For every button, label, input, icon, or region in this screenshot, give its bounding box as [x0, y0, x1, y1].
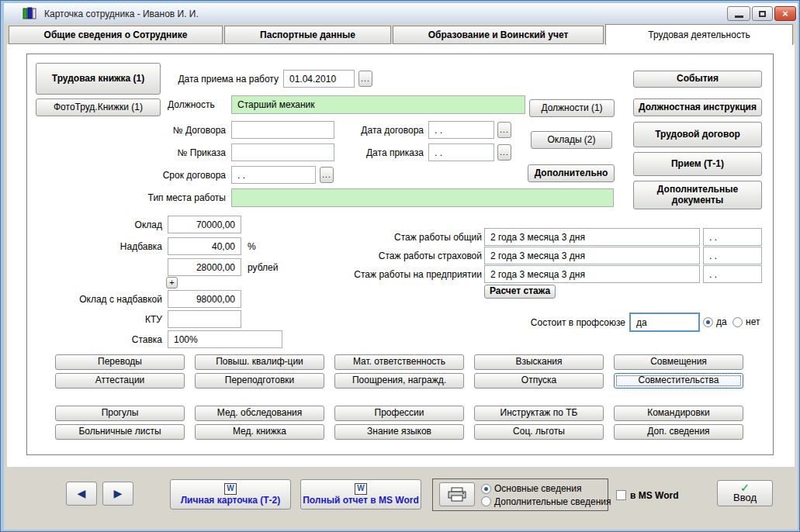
job-description-button[interactable]: Должностная инструкция — [633, 98, 762, 116]
order-no-input[interactable] — [231, 143, 334, 161]
minimize-button[interactable] — [727, 6, 750, 21]
to-ms-word-checkbox[interactable] — [616, 490, 626, 500]
business-trips-button[interactable]: Командировки — [614, 406, 743, 421]
salary-label: Оклад — [100, 216, 162, 233]
tab-education[interactable]: Образование и Воинский учет — [393, 26, 604, 44]
bonus-plus-button[interactable]: + — [166, 277, 178, 288]
seniority-company-date[interactable]: . . — [703, 265, 762, 283]
workplace-type-input[interactable] — [231, 188, 614, 207]
seniority-calc-button[interactable]: Расчет стажа — [484, 285, 556, 299]
additional-documents-button[interactable]: Дополнительные документы — [633, 181, 762, 209]
combining-button[interactable]: Совмещения — [614, 354, 743, 370]
enter-button[interactable]: ✓ Ввод — [717, 480, 773, 506]
positions-list-button[interactable]: Должности (1) — [529, 99, 615, 117]
print-basic-label: Основные сведения — [494, 482, 603, 495]
transfers-button[interactable]: Переводы — [55, 354, 185, 370]
contract-term-browse-button[interactable]: ... — [320, 167, 334, 183]
enter-label: Ввод — [733, 492, 757, 504]
seniority-insured-input[interactable]: 2 года 3 месяца 3 дня — [484, 247, 700, 264]
contract-no-input[interactable] — [231, 121, 334, 139]
med-exams-button[interactable]: Мед. обследования — [195, 406, 324, 421]
tab-label: Общие сведения о Сотруднике — [44, 29, 188, 40]
order-date-input[interactable]: . . — [428, 143, 494, 161]
tab-label: Трудовая деятельность — [648, 29, 750, 40]
social-benefits-button[interactable]: Соц. льготы — [474, 424, 604, 440]
salary-total-input[interactable]: 98000,00 — [168, 290, 241, 308]
seniority-company-label: Стаж работы на предприятии — [327, 265, 482, 283]
seniority-total-date[interactable]: . . — [703, 228, 762, 246]
salaries-list-button[interactable]: Оклады (2) — [531, 131, 612, 149]
employee-card-window: Карточка сотрудника - Иванов И. И. × Общ… — [0, 0, 800, 532]
window-title: Карточка сотрудника - Иванов И. И. — [44, 9, 199, 19]
contract-term-label: Срок договора — [139, 166, 226, 184]
contract-date-input[interactable]: . . — [428, 121, 494, 139]
seniority-total-label: Стаж работы общий — [342, 228, 482, 246]
vacations-button[interactable]: Отпуска — [474, 373, 604, 389]
union-yes-label: да — [716, 315, 733, 329]
union-yes-radio[interactable] — [703, 317, 713, 327]
bonus-label: Надбавка — [100, 237, 162, 255]
personal-card-label: Личная карточка (Т-2) — [181, 496, 281, 506]
safety-training-button[interactable]: Инструктаж по ТБ — [474, 406, 604, 421]
position-label: Должность — [168, 95, 228, 114]
seniority-company-input[interactable]: 2 года 3 месяца 3 дня — [484, 265, 700, 283]
attestations-button[interactable]: Аттестации — [55, 373, 185, 389]
personal-card-t2-button[interactable]: W Личная карточка (Т-2) — [170, 479, 291, 510]
retraining-button[interactable]: Переподготовки — [195, 373, 324, 389]
maximize-button[interactable] — [752, 6, 773, 21]
salary-total-label: Оклад с надбавкой — [78, 290, 162, 308]
sick-leaves-button[interactable]: Больничные листы — [55, 424, 185, 440]
seniority-total-input[interactable]: 2 года 3 месяца 3 дня — [484, 228, 700, 246]
position-input[interactable]: Старший механик — [231, 95, 525, 114]
union-label: Состоит в профсоюзе — [505, 313, 625, 332]
salary-input[interactable]: 70000,00 — [168, 216, 241, 233]
bonus-percent-input[interactable]: 40,00 — [168, 237, 241, 255]
hire-date-input[interactable]: 01.04.2010 — [283, 70, 355, 88]
qualification-button[interactable]: Повыш. квалиф-ции — [195, 354, 324, 370]
workbook-button[interactable]: Трудовая книжка (1) — [36, 63, 161, 95]
tab-passport[interactable]: Паспортные данные — [224, 26, 391, 44]
hiring-t1-button[interactable]: Прием (Т-1) — [633, 152, 762, 176]
union-input[interactable]: да — [629, 313, 700, 332]
ktu-input[interactable] — [168, 310, 241, 328]
union-no-radio[interactable] — [732, 317, 743, 327]
print-basic-radio[interactable] — [481, 484, 491, 494]
prev-record-button[interactable]: ◀ — [66, 482, 97, 506]
print-additional-radio[interactable] — [481, 496, 491, 506]
penalties-button[interactable]: Взыскания — [474, 354, 604, 370]
print-button[interactable] — [439, 482, 475, 506]
tab-employment[interactable]: Трудовая деятельность — [605, 24, 793, 45]
order-date-label: Дата приказа — [345, 143, 424, 161]
med-book-button[interactable]: Мед. книжка — [195, 424, 324, 440]
rewards-button[interactable]: Поощрения, награжд. — [334, 373, 464, 389]
contract-term-input[interactable]: . . — [231, 166, 316, 184]
contract-date-browse-button[interactable]: ... — [497, 122, 511, 138]
bonus-rub-input[interactable]: 28000,00 — [168, 258, 241, 276]
events-button[interactable]: События — [633, 71, 762, 88]
full-report-word-button[interactable]: W Полный отчет в MS Word — [300, 479, 421, 510]
languages-button[interactable]: Знание языков — [334, 424, 464, 440]
rate-input[interactable]: 100% — [168, 330, 282, 348]
hire-date-browse-button[interactable]: ... — [358, 71, 372, 87]
rate-label: Ставка — [100, 330, 162, 348]
close-button[interactable]: × — [774, 6, 796, 21]
additional-button[interactable]: Дополнительно — [528, 164, 615, 182]
word-doc-icon: W — [355, 483, 367, 495]
arrow-right-icon: ▶ — [114, 487, 123, 499]
extra-info-button[interactable]: Доп. сведения — [614, 424, 743, 440]
tab-general[interactable]: Общие сведения о Сотруднике — [9, 26, 223, 44]
order-date-browse-button[interactable]: ... — [497, 144, 511, 161]
title-bar: Карточка сотрудника - Иванов И. И. — [4, 3, 798, 23]
liability-button[interactable]: Мат. ответственность — [334, 354, 464, 370]
close-icon: × — [782, 8, 788, 19]
moonlighting-button[interactable]: Совместительства — [614, 373, 743, 389]
minimize-icon — [735, 16, 743, 18]
seniority-insured-date[interactable]: . . — [703, 247, 762, 264]
to-ms-word-label: в MS Word — [630, 489, 692, 502]
professions-button[interactable]: Профессии — [334, 406, 464, 421]
next-record-button[interactable]: ▶ — [102, 482, 133, 506]
print-additional-label: Дополнительные сведения — [494, 496, 611, 508]
employment-contract-button[interactable]: Трудовой договор — [633, 122, 762, 147]
absences-button[interactable]: Прогулы — [55, 406, 185, 421]
workbook-photos-button[interactable]: ФотоТруд.Книжки (1) — [36, 98, 161, 116]
